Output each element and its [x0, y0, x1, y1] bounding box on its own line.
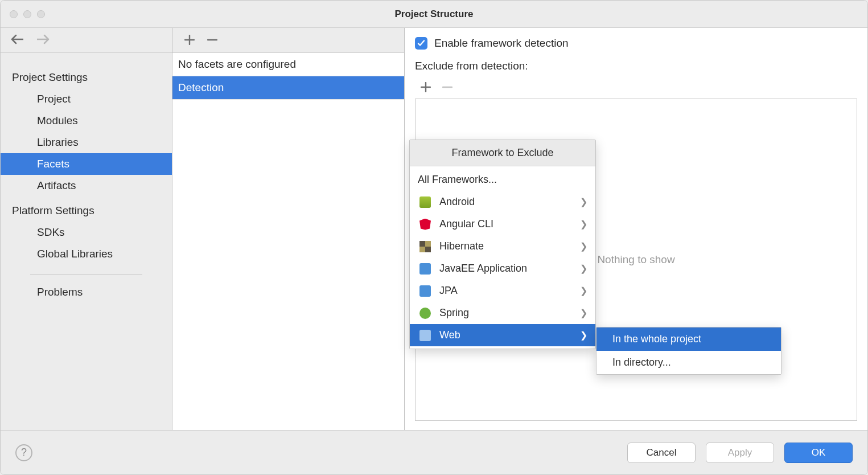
menu-label: Spring	[439, 307, 580, 319]
add-exclusion-button[interactable]	[415, 77, 437, 97]
menu-item-web[interactable]: Web ❯	[410, 324, 595, 346]
chevron-right-icon: ❯	[580, 330, 587, 341]
sidebar-item-global-libraries[interactable]: Global Libraries	[1, 243, 172, 265]
minus-icon	[207, 31, 217, 49]
enable-detection-checkbox[interactable]	[415, 37, 427, 50]
menu-item-hibernate[interactable]: Hibernate ❯	[410, 235, 595, 257]
plus-icon	[184, 31, 195, 49]
help-button[interactable]: ?	[15, 444, 32, 461]
titlebar: Project Structure	[1, 1, 867, 28]
android-icon	[418, 195, 433, 209]
footer: ? Cancel Apply OK	[1, 430, 867, 474]
web-icon	[418, 329, 433, 342]
ok-button[interactable]: OK	[784, 443, 853, 463]
sidebar-nav	[1, 28, 172, 53]
javaee-icon	[418, 262, 433, 276]
web-exclude-submenu: In the whole project In directory...	[596, 327, 781, 375]
chevron-right-icon: ❯	[580, 263, 587, 274]
chevron-right-icon: ❯	[580, 308, 587, 318]
sidebar-list: Project Settings Project Modules Librari…	[1, 53, 172, 430]
menu-label: JPA	[439, 285, 580, 297]
zoom-window-button[interactable]	[37, 10, 45, 18]
apply-button[interactable]: Apply	[706, 443, 774, 463]
remove-exclusion-button[interactable]	[437, 77, 458, 97]
chevron-right-icon: ❯	[580, 285, 587, 296]
forward-icon[interactable]	[37, 33, 50, 48]
plus-icon	[421, 79, 431, 96]
minimize-window-button[interactable]	[23, 10, 31, 18]
menu-label: JavaEE Application	[439, 263, 580, 275]
window-title: Project Structure	[395, 9, 474, 20]
chevron-right-icon: ❯	[580, 241, 587, 252]
sidebar-section-project-settings: Project Settings	[1, 67, 172, 88]
sidebar-section-platform-settings: Platform Settings	[1, 200, 172, 222]
menu-item-all-frameworks[interactable]: All Frameworks...	[410, 169, 595, 191]
exclude-from-detection-label: Exclude from detection:	[415, 60, 857, 72]
menu-item-javaee-application[interactable]: JavaEE Application ❯	[410, 257, 595, 280]
spring-icon	[418, 306, 433, 320]
sidebar-item-sdks[interactable]: SDKs	[1, 222, 172, 243]
chevron-right-icon: ❯	[580, 219, 587, 230]
project-structure-window: Project Structure Project Settings Proje…	[0, 0, 868, 475]
angular-icon	[418, 218, 433, 231]
sidebar-item-facets[interactable]: Facets	[1, 153, 172, 175]
popup-header: Framework to Exclude	[410, 140, 595, 166]
enable-detection-label: Enable framework detection	[434, 37, 569, 50]
sidebar-item-project[interactable]: Project	[1, 88, 172, 110]
facets-toolbar	[172, 28, 404, 53]
menu-label: Android	[439, 196, 580, 208]
menu-item-spring[interactable]: Spring ❯	[410, 302, 595, 324]
traffic-lights	[1, 10, 45, 18]
sidebar: Project Settings Project Modules Librari…	[1, 28, 172, 430]
sidebar-item-modules[interactable]: Modules	[1, 110, 172, 132]
menu-item-android[interactable]: Android ❯	[410, 191, 595, 213]
sidebar-item-artifacts[interactable]: Artifacts	[1, 175, 172, 196]
remove-facet-button[interactable]	[201, 29, 224, 52]
chevron-right-icon: ❯	[580, 196, 587, 207]
menu-item-jpa[interactable]: JPA ❯	[410, 280, 595, 302]
cancel-button[interactable]: Cancel	[627, 443, 696, 463]
menu-item-angular-cli[interactable]: Angular CLI ❯	[410, 213, 595, 235]
facets-list: No facets are configured Detection	[172, 53, 404, 430]
back-icon[interactable]	[11, 33, 23, 48]
jpa-icon	[418, 284, 433, 298]
menu-label: In the whole project	[612, 333, 765, 345]
menu-label: Hibernate	[439, 240, 580, 252]
menu-label: All Frameworks...	[418, 174, 587, 186]
help-icon: ?	[21, 447, 27, 458]
minus-icon	[442, 79, 452, 96]
menu-label: In directory...	[612, 357, 765, 368]
add-facet-button[interactable]	[178, 29, 201, 52]
close-window-button[interactable]	[10, 10, 18, 18]
menu-label: Web	[439, 329, 580, 341]
sidebar-divider	[30, 274, 142, 275]
framework-exclude-popup: Framework to Exclude All Frameworks... A…	[409, 140, 596, 349]
exclusions-placeholder: Nothing to show	[597, 253, 674, 266]
facets-empty-label: No facets are configured	[172, 53, 404, 76]
sidebar-item-problems[interactable]: Problems	[1, 281, 172, 303]
facets-row-detection[interactable]: Detection	[172, 76, 404, 100]
exclude-toolbar	[415, 76, 857, 99]
hibernate-icon	[418, 240, 433, 253]
facets-panel: No facets are configured Detection	[172, 28, 405, 430]
submenu-item-in-directory[interactable]: In directory...	[597, 351, 781, 374]
enable-detection-row: Enable framework detection	[415, 37, 857, 50]
sidebar-item-libraries[interactable]: Libraries	[1, 132, 172, 153]
menu-label: Angular CLI	[439, 218, 580, 230]
submenu-item-whole-project[interactable]: In the whole project	[597, 327, 781, 351]
